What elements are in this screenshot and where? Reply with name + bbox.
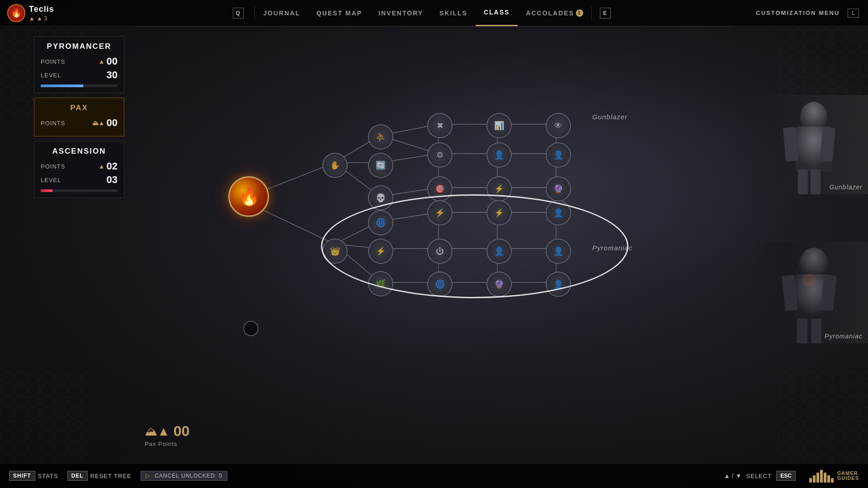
nav-skills[interactable]: SKILLS <box>431 0 476 26</box>
ascension-level-value: 03 <box>107 174 118 186</box>
svg-rect-5 <box>0 371 90 461</box>
pax-points-display: ⛰▲ 00 Pax Points <box>145 423 189 447</box>
skill-node-upper-r1-bot[interactable]: 🎯 <box>427 176 453 202</box>
ascension-points-row: POINTS ▲ 02 <box>41 160 118 172</box>
skill-node-lower-r2-mid[interactable]: 👤 <box>486 239 512 264</box>
stats-label: STATS <box>38 473 58 479</box>
nav-e-key[interactable]: E <box>592 0 622 26</box>
gunblazer-label: Gunblazer <box>592 113 627 121</box>
skill-node-lower-r2-bot[interactable]: 🔮 <box>486 272 512 297</box>
pax-pts-label: Pax Points <box>145 441 177 447</box>
ascension-xp-fill <box>41 189 52 192</box>
bottombar: SHIFT STATS DEL RESET TREE ▷ CANCEL UNLO… <box>0 463 868 488</box>
character-icon: 🔥 <box>7 4 25 22</box>
skill-node-upper-r3-bot[interactable]: 🔮 <box>546 176 571 202</box>
skill-node-upper-mid-mid[interactable]: 🔄 <box>368 153 393 178</box>
skill-node-upper-left[interactable]: ✋ <box>322 153 348 178</box>
character-level: ▲ ▲ 3 <box>29 15 54 22</box>
center-skill-node[interactable]: 🔥 <box>228 176 269 217</box>
pyromancer-points-row: POINTS ▲ 00 <box>41 56 118 67</box>
skill-node-upper-r3-top[interactable]: 👁 <box>546 113 571 138</box>
skill-node-lower-r3-bot[interactable]: 👤 <box>546 272 571 297</box>
sidebar: PYROMANCER POINTS ▲ 00 LEVEL 30 PAX POIN… <box>34 36 124 198</box>
nav-q-key[interactable]: Q <box>225 0 255 26</box>
skill-node-upper-mid-top[interactable]: ⛹ <box>368 124 393 150</box>
skill-node-lower-r3-mid[interactable]: 👤 <box>546 239 571 264</box>
ascension-level-label: LEVEL <box>41 177 61 183</box>
pax-pts-mountain-icon: ⛰▲ <box>145 424 170 439</box>
points-arrow-icon: ▲ <box>99 58 105 65</box>
skill-node-lower-r3-top[interactable]: 👤 <box>546 200 571 225</box>
reset-tree-btn[interactable]: DEL RESET TREE <box>67 471 132 481</box>
bottom-right: ▲ / ▼ SELECT ESC GAMER GUIDES <box>724 469 859 483</box>
skill-node-upper-r1-mid[interactable]: ⚙ <box>427 142 453 168</box>
nav-inventory[interactable]: INVENTORY <box>370 0 431 26</box>
skill-node-lower-mid-top[interactable]: 🌀 <box>368 210 393 235</box>
pyromancer-points-value: ▲ 00 <box>99 56 118 67</box>
skill-node-lower-left[interactable]: 👑 <box>322 239 348 264</box>
cancel-unlocked-badge: ▷ CANCEL UNLOCKED: 0 <box>141 471 227 481</box>
ascension-xp-bar <box>41 189 118 192</box>
pyromancer-points-label: POINTS <box>41 58 65 65</box>
esc-key: ESC <box>776 471 796 481</box>
svg-rect-51 <box>798 169 808 194</box>
character-info: 🔥 Teclis ▲ ▲ 3 <box>0 4 90 22</box>
lower-branch-ellipse <box>321 194 628 298</box>
pax-points-label: POINTS <box>41 120 65 127</box>
character-name: Teclis <box>29 5 54 14</box>
pax-title: PAX <box>41 103 118 113</box>
stats-btn[interactable]: SHIFT STATS <box>9 471 58 481</box>
skill-node-lower-mid-bot[interactable]: 🌿 <box>368 271 393 296</box>
svg-rect-52 <box>811 169 821 194</box>
accolades-badge: 1 <box>576 9 583 17</box>
ascension-points-label: POINTS <box>41 163 65 170</box>
pyromaniac-silhouette <box>750 242 868 343</box>
gg-bars-icon <box>809 469 834 483</box>
pax-pts-number: 00 <box>174 423 190 440</box>
nav-quest-map[interactable]: QUEST MAP <box>308 0 370 26</box>
nav-right: CUSTOMIZATION MENU L <box>756 9 868 18</box>
skill-node-upper-mid-bot[interactable]: 💀 <box>368 185 393 211</box>
reset-tree-label: RESET TREE <box>90 473 132 479</box>
pyromancer-panel: PYROMANCER POINTS ▲ 00 LEVEL 30 <box>34 36 124 93</box>
char-art-upper: Gunblazer <box>750 95 868 194</box>
pyromaniac-label: Pyromaniac <box>592 244 632 252</box>
pyromaniac-name-label: Pyromaniac <box>825 333 863 340</box>
nav-center: Q JOURNAL QUEST MAP INVENTORY SKILLS CLA… <box>90 0 756 26</box>
hex-decoration-bl <box>0 371 90 461</box>
skill-node-upper-r3-mid[interactable]: 👤 <box>546 142 571 168</box>
topbar: 🔥 Teclis ▲ ▲ 3 Q JOURNAL QUEST MAP INVEN… <box>0 0 868 26</box>
gg-text: GAMER GUIDES <box>837 471 859 481</box>
skill-node-lower-r1-top[interactable]: ⚡ <box>427 200 453 225</box>
pax-points-value: ⛰▲ 00 <box>92 117 118 129</box>
customization-btn[interactable]: CUSTOMIZATION MENU <box>756 9 840 16</box>
topbar-separator <box>136 26 732 27</box>
ascension-arrow-icon: ▲ <box>99 163 105 170</box>
nav-journal[interactable]: JOURNAL <box>255 0 308 26</box>
ascension-title: ASCENSION <box>41 147 118 156</box>
skill-node-lower-r2-top[interactable]: ⚡ <box>486 200 512 225</box>
skill-node-upper-r2-mid[interactable]: 👤 <box>486 142 512 168</box>
skill-node-upper-r2-top[interactable]: 📊 <box>486 113 512 138</box>
nav-accolades[interactable]: ACCOLADES 1 <box>518 0 591 26</box>
skill-node-lower-mid-mid[interactable]: ⚡ <box>368 239 393 264</box>
pyromancer-level-row: LEVEL 30 <box>41 69 118 81</box>
nav-class[interactable]: CLASS <box>476 0 518 26</box>
skill-node-lower-r1-mid[interactable]: ⏻ <box>427 239 453 264</box>
svg-rect-58 <box>811 319 821 343</box>
svg-rect-57 <box>797 319 807 343</box>
gamer-guides-logo: GAMER GUIDES <box>809 469 859 483</box>
empty-skill-node[interactable] <box>243 321 259 336</box>
pyromancer-xp-bar <box>41 84 118 87</box>
center-skill-icon: 🔥 <box>238 187 259 206</box>
skill-node-upper-r2-bot[interactable]: ⚡ <box>486 176 512 202</box>
ascension-panel: ASCENSION POINTS ▲ 02 LEVEL 03 <box>34 141 124 198</box>
del-key: DEL <box>67 471 88 481</box>
skill-node-upper-r1-top[interactable]: ✖ <box>427 113 453 138</box>
pax-panel: PAX POINTS ⛰▲ 00 <box>34 98 124 136</box>
skill-node-lower-r1-bot[interactable]: 🌀 <box>427 272 453 297</box>
pax-points-row: POINTS ⛰▲ 00 <box>41 117 118 129</box>
gunblazer-silhouette <box>750 95 868 194</box>
select-arrows: ▲ / ▼ <box>724 472 742 479</box>
svg-point-59 <box>802 273 816 287</box>
